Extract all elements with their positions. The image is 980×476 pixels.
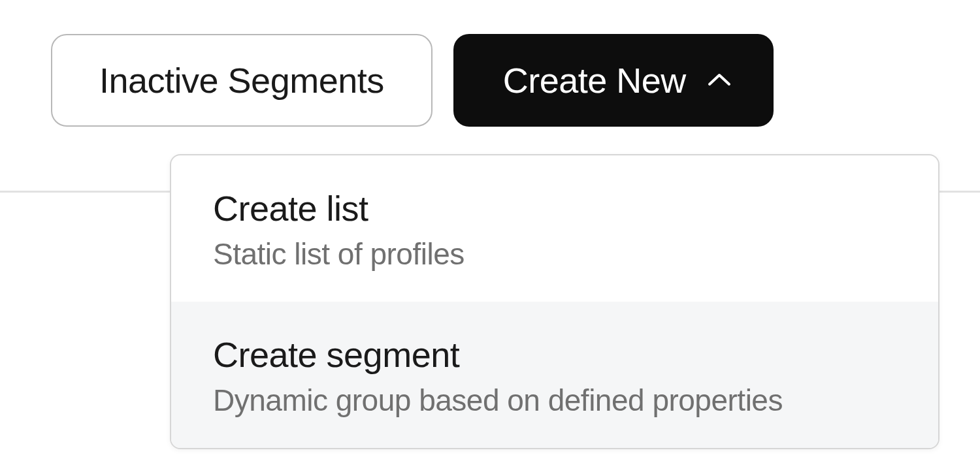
- dropdown-item-description: Dynamic group based on defined propertie…: [213, 383, 896, 418]
- inactive-segments-button[interactable]: Inactive Segments: [51, 34, 433, 127]
- create-new-label: Create New: [503, 60, 686, 101]
- dropdown-item-create-segment[interactable]: Create segment Dynamic group based on de…: [171, 302, 938, 448]
- chevron-up-icon: [707, 72, 732, 88]
- create-new-button[interactable]: Create New: [453, 34, 774, 127]
- dropdown-item-create-list[interactable]: Create list Static list of profiles: [171, 155, 938, 302]
- dropdown-item-title: Create list: [213, 188, 896, 229]
- dropdown-item-description: Static list of profiles: [213, 236, 896, 272]
- toolbar: Inactive Segments Create New: [0, 0, 980, 127]
- dropdown-item-title: Create segment: [213, 334, 896, 375]
- create-new-dropdown: Create list Static list of profiles Crea…: [170, 154, 939, 449]
